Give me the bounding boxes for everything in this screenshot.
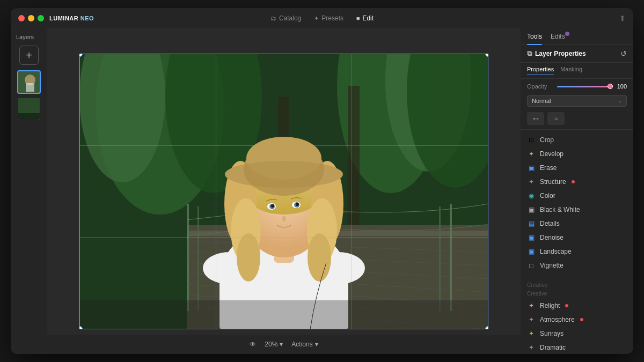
- actions-chevron-icon: ▾: [315, 341, 318, 348]
- flip-v-button[interactable]: ≈: [547, 112, 565, 125]
- tool-develop[interactable]: ✦ Develop: [521, 147, 633, 161]
- creative-section-label: Creative: [521, 279, 633, 290]
- tool-color[interactable]: ◉ Color: [521, 189, 633, 203]
- erase-label: Erase: [540, 164, 557, 172]
- develop-icon: ✦: [527, 150, 536, 158]
- layers-icon: ⧉: [527, 49, 532, 58]
- minimize-button[interactable]: [28, 15, 34, 21]
- tool-relight[interactable]: ✦ Relight: [521, 299, 633, 313]
- bw-icon: ▣: [527, 205, 536, 214]
- svg-point-49: [296, 203, 299, 206]
- denoise-label: Denoise: [540, 234, 564, 241]
- crop-icon: ⊡: [527, 136, 536, 144]
- export-icon: ⬆: [619, 14, 626, 23]
- bw-label: Black & White: [540, 206, 580, 213]
- tab-properties[interactable]: Properties: [527, 66, 554, 75]
- export-button[interactable]: ⬆: [619, 14, 626, 23]
- vignette-icon: ◻: [527, 261, 536, 270]
- layer-thumbnail-2[interactable]: [17, 97, 41, 121]
- presets-label: Presets: [321, 14, 343, 22]
- opacity-row: Opacity 100: [521, 79, 633, 93]
- app-logo: LUMINAR NEO: [49, 15, 94, 21]
- tool-landscape[interactable]: ▣ Landscape: [521, 245, 633, 258]
- catalog-icon: 🗂: [270, 15, 276, 21]
- color-icon: ◉: [527, 191, 536, 200]
- nav-edit[interactable]: ≡ Edit: [356, 14, 374, 22]
- svg-point-48: [271, 204, 274, 208]
- tools-section-creative: Creative Creative ✦ Relight ✦ Atmosphere…: [521, 276, 633, 354]
- erase-icon: ▣: [527, 164, 536, 172]
- icon-row: ⊷ ≈: [521, 110, 633, 130]
- structure-label: Structure: [540, 178, 566, 186]
- tool-structure[interactable]: ✦ Structure: [521, 175, 633, 189]
- tool-erase[interactable]: ▣ Erase: [521, 161, 633, 175]
- tab-masking[interactable]: Masking: [560, 66, 582, 75]
- structure-icon: ✦: [527, 178, 536, 186]
- nav-catalog[interactable]: 🗂 Catalog: [270, 14, 301, 22]
- actions-menu[interactable]: Actions ▾: [291, 341, 318, 348]
- blend-mode-row: Normal ⌄: [521, 93, 633, 110]
- svg-rect-13: [348, 86, 360, 247]
- opacity-slider[interactable]: [557, 86, 613, 87]
- tab-tools[interactable]: Tools: [527, 33, 542, 45]
- visibility-toggle[interactable]: 👁: [250, 341, 256, 348]
- opacity-fill: [557, 86, 613, 87]
- blend-mode-value: Normal: [532, 98, 551, 104]
- tool-vignette[interactable]: ◻ Vignette: [521, 258, 633, 272]
- layer-properties-title: ⧉ Layer Properties: [527, 49, 586, 58]
- svg-point-39: [308, 233, 331, 282]
- tool-crop[interactable]: ⊡ Crop: [521, 133, 633, 147]
- zoom-chevron-icon: ▾: [280, 341, 283, 348]
- relight-label: Relight: [540, 302, 560, 309]
- actions-label: Actions: [291, 341, 312, 348]
- denoise-icon: ▣: [527, 233, 536, 242]
- edit-icon: ≡: [356, 15, 360, 21]
- fullscreen-button[interactable]: [38, 15, 44, 21]
- details-label: Details: [540, 220, 560, 227]
- tool-dramatic[interactable]: ✦ Dramatic: [521, 341, 633, 354]
- dramatic-icon: ✦: [527, 343, 536, 352]
- svg-rect-18: [450, 204, 452, 311]
- tool-denoise[interactable]: ▣ Denoise: [521, 231, 633, 245]
- svg-rect-4: [18, 113, 41, 121]
- blend-chevron-icon: ⌄: [618, 98, 622, 104]
- tool-black-white[interactable]: ▣ Black & White: [521, 203, 633, 217]
- edits-tab-label: Edits: [551, 33, 565, 40]
- tool-atmosphere[interactable]: ✦ Atmosphere: [521, 313, 633, 327]
- develop-label: Develop: [540, 150, 564, 158]
- tool-details[interactable]: ▤ Details: [521, 217, 633, 231]
- layer-preview-1: [18, 71, 40, 93]
- opacity-value: 100: [617, 83, 627, 90]
- reset-button[interactable]: ↺: [620, 49, 627, 58]
- catalog-label: Catalog: [279, 14, 301, 22]
- atmosphere-badge: [580, 318, 583, 321]
- atmosphere-icon: ✦: [527, 315, 536, 324]
- nav-bar: 🗂 Catalog ✦ Presets ≡ Edit: [270, 14, 374, 22]
- canvas-area[interactable]: 👁 20% ▾ Actions ▾: [47, 28, 521, 354]
- dramatic-label: Dramatic: [540, 344, 566, 351]
- tools-tab-label: Tools: [527, 33, 542, 40]
- opacity-thumb[interactable]: [608, 84, 613, 89]
- svg-rect-19: [439, 206, 441, 311]
- vignette-label: Vignette: [540, 262, 564, 269]
- titlebar: LUMINAR NEO 🗂 Catalog ✦ Presets ≡ Edit ⬆: [11, 8, 633, 28]
- layer-thumbnail-1[interactable]: [17, 70, 41, 94]
- photo-display: [79, 54, 488, 329]
- flip-h-button[interactable]: ⊷: [527, 112, 544, 125]
- layers-panel: Layers +: [11, 28, 47, 354]
- zoom-control[interactable]: 20% ▾: [265, 341, 283, 348]
- flip-v-icon: ≈: [554, 115, 558, 122]
- structure-badge: [572, 180, 575, 183]
- svg-rect-2: [26, 83, 34, 92]
- add-layer-button[interactable]: +: [19, 46, 39, 65]
- nav-presets[interactable]: ✦ Presets: [314, 14, 343, 22]
- tool-sunrays[interactable]: ✦ Sunrays: [521, 327, 633, 341]
- landscape-label: Landscape: [540, 248, 572, 255]
- blend-mode-select[interactable]: Normal ⌄: [527, 95, 627, 107]
- app-window: LUMINAR NEO 🗂 Catalog ✦ Presets ≡ Edit ⬆…: [11, 8, 633, 354]
- close-button[interactable]: [18, 15, 25, 21]
- tab-edits[interactable]: Edits: [551, 33, 565, 45]
- layer-properties-header: ⧉ Layer Properties ↺: [521, 45, 633, 63]
- crop-label: Crop: [540, 136, 554, 144]
- photo-svg: [79, 54, 488, 329]
